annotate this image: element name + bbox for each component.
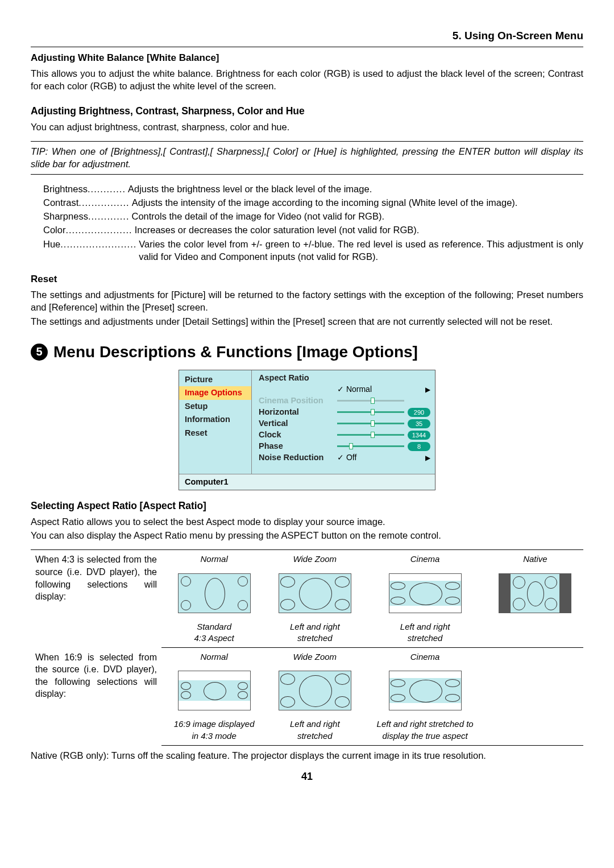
- section-aspect-p2: You can also display the Aspect Ratio me…: [31, 529, 583, 542]
- thumb-169-normal: [178, 671, 251, 710]
- osd-sidebar: Picture Image Options Setup Information …: [179, 370, 252, 474]
- ar-hdr-native: Native: [487, 550, 583, 569]
- main-heading-text: Menu Descriptions & Functions [Image Opt…: [53, 341, 418, 363]
- ar-hdr2-cinema: Cinema: [363, 648, 487, 667]
- ar-hdr2-widezoom: Wide Zoom: [267, 648, 363, 667]
- ar-169-desc: When 16:9 is selected from the source (i…: [31, 648, 161, 746]
- tip-box: TIP: When one of [Brightness],[ Contrast…: [31, 141, 583, 175]
- ar-hdr2-normal: Normal: [161, 648, 267, 667]
- thumb-169-widezoom: [279, 671, 351, 710]
- main-heading: 5 Menu Descriptions & Functions [Image O…: [31, 341, 583, 363]
- section-reset-p2: The settings and adjustments under [Deta…: [31, 315, 583, 328]
- section-aspect-title: Selecting Aspect Ratio [Aspect Ratio]: [31, 499, 583, 513]
- osd-horizontal: Horizontal: [259, 407, 337, 418]
- def-color: Color.....................Increases or d…: [43, 224, 583, 236]
- osd-main-panel: Aspect Ratio ✓ Normal▶ Cinema Position H…: [252, 370, 435, 474]
- osd-screenshot: Picture Image Options Setup Information …: [179, 370, 435, 491]
- osd-footer: Computer1: [179, 474, 435, 490]
- osd-cinema-position: Cinema Position: [259, 395, 337, 407]
- osd-slider-horizontal: [337, 410, 404, 415]
- arrow-right-icon: ▶: [425, 385, 430, 394]
- aspect-ratio-table: When 4:3 is selected from the source (i.…: [31, 549, 583, 746]
- arrow-right-icon: ▶: [425, 453, 430, 462]
- osd-title: Aspect Ratio: [259, 373, 337, 384]
- section-white-balance-body: This allows you to adjust the white bala…: [31, 67, 583, 93]
- thumb-43-native: [499, 573, 571, 613]
- native-footnote: Native (RGB only): Turns off the scaling…: [31, 749, 583, 762]
- section-reset-p1: The settings and adjustments for [Pictur…: [31, 288, 583, 314]
- ar-169-sub-widezoom: Left and rightstretched: [267, 715, 363, 745]
- definition-list: Brightness............Adjusts the bright…: [43, 183, 583, 263]
- thumb-169-cinema: [389, 671, 462, 710]
- section-white-balance-title: Adjusting White Balance [White Balance]: [31, 52, 583, 65]
- osd-sidebar-information: Information: [179, 413, 251, 427]
- ar-43-sub-widezoom: Left and rightstretched: [267, 618, 363, 648]
- def-contrast: Contrast................Adjusts the inte…: [43, 196, 583, 209]
- osd-slider-clock: [337, 433, 404, 437]
- def-brightness: Brightness............Adjusts the bright…: [43, 183, 583, 195]
- osd-slider-disabled: [337, 399, 404, 403]
- osd-nr-value: ✓ Off: [337, 452, 383, 463]
- osd-aspect-value: ✓ Normal: [337, 384, 383, 395]
- section-number-icon: 5: [31, 344, 48, 361]
- osd-slider-phase: [337, 444, 404, 449]
- ar-hdr-normal: Normal: [161, 550, 267, 569]
- osd-badge-horizontal: 290: [408, 408, 430, 417]
- section-adjust-body: You can adjust brightness, contrast, sha…: [31, 121, 583, 133]
- thumb-43-normal: [178, 573, 251, 613]
- ar-43-desc: When 4:3 is selected from the source (i.…: [31, 550, 161, 648]
- osd-clock: Clock: [259, 429, 337, 441]
- section-reset-title: Reset: [31, 273, 583, 286]
- ar-hdr-cinema: Cinema: [363, 550, 487, 569]
- osd-noise-reduction: Noise Reduction: [259, 452, 337, 464]
- osd-sidebar-image-options: Image Options: [179, 386, 251, 400]
- chapter-header: 5. Using On-Screen Menu: [31, 28, 583, 47]
- ar-43-sub-normal: Standard4:3 Aspect: [161, 618, 267, 648]
- def-sharpness: Sharpness.............Controls the detai…: [43, 210, 583, 222]
- osd-sidebar-picture: Picture: [179, 373, 251, 387]
- thumb-43-widezoom: [279, 573, 351, 613]
- osd-vertical: Vertical: [259, 418, 337, 429]
- ar-169-sub-cinema: Left and right stretched todisplay the t…: [363, 715, 487, 745]
- def-hue: Hue........................Varies the co…: [43, 238, 583, 263]
- section-adjust-title: Adjusting Brightness, Contrast, Sharpnes…: [31, 105, 583, 118]
- ar-43-sub-cinema: Left and rightstretched: [363, 618, 487, 648]
- page-number: 41: [31, 770, 583, 783]
- osd-badge-clock: 1344: [408, 431, 430, 440]
- osd-badge-vertical: 35: [408, 419, 430, 428]
- ar-hdr-widezoom: Wide Zoom: [267, 550, 363, 569]
- osd-phase: Phase: [259, 441, 337, 452]
- thumb-43-cinema: [389, 573, 462, 613]
- section-aspect-p1: Aspect Ratio allows you to select the be…: [31, 515, 583, 528]
- osd-slider-vertical: [337, 421, 404, 426]
- osd-sidebar-setup: Setup: [179, 400, 251, 414]
- ar-169-sub-normal: 16:9 image displayedin 4:3 mode: [161, 715, 267, 745]
- osd-badge-phase: 8: [408, 442, 430, 451]
- osd-sidebar-reset: Reset: [179, 427, 251, 440]
